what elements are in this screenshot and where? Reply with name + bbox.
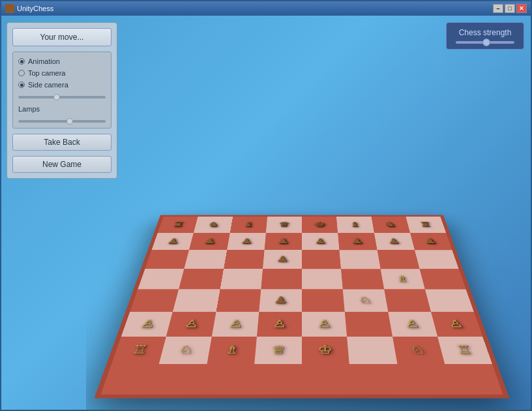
board-grid: ♜ ♞ ♝ ♛ ♚ ♝ ♞ ♜ ♟ ♟ ♟ ♟ ♟ ♟: [101, 217, 503, 394]
piece-b7: ♟: [203, 237, 216, 245]
cell-d8: ♛: [266, 217, 302, 232]
cell-h4: [425, 289, 474, 311]
cell-f5: [341, 269, 384, 289]
close-button[interactable]: ✕: [516, 4, 527, 13]
strength-label: Chess strength: [459, 28, 512, 37]
piece-c7: ♟: [241, 237, 253, 245]
cell-e7: ♟: [302, 233, 340, 250]
cell-b7: ♟: [189, 233, 229, 250]
camera-slider-thumb[interactable]: [53, 94, 60, 100]
piece-c1: ♗: [224, 344, 241, 356]
piece-e7: ♟: [314, 237, 327, 245]
lamps-slider-track: [18, 120, 106, 123]
strength-slider-track: [456, 41, 514, 44]
piece-e1: ♔: [318, 344, 332, 356]
piece-h8: ♜: [419, 221, 432, 228]
animation-label: Animation: [28, 57, 60, 65]
cell-b8: ♞: [194, 217, 233, 232]
new-game-button[interactable]: New Game: [12, 156, 111, 173]
side-camera-radio[interactable]: [18, 82, 25, 88]
cell-e8: ♚: [302, 217, 338, 232]
cell-e3: ♙: [302, 312, 347, 337]
piece-d3: ♙: [273, 319, 287, 329]
minimize-button[interactable]: –: [493, 4, 503, 13]
piece-c8: ♝: [243, 221, 255, 228]
piece-a3: ♙: [139, 319, 156, 329]
top-camera-option[interactable]: Top camera: [18, 69, 106, 77]
cell-g7: ♟: [374, 233, 415, 250]
cell-a6: [145, 250, 189, 269]
piece-g3: ♙: [404, 319, 421, 329]
cell-c4: [216, 289, 261, 311]
cell-d6: ♟: [263, 250, 302, 269]
cell-f8: ♝: [336, 217, 374, 232]
cell-h6: [415, 250, 459, 269]
cell-g3: ♙: [388, 312, 437, 337]
lamps-slider-thumb[interactable]: [66, 118, 73, 125]
cell-a8: ♜: [158, 217, 198, 232]
piece-g7: ♟: [387, 237, 400, 245]
cell-a4: [130, 289, 179, 311]
cell-h5: [419, 269, 466, 289]
piece-e8: ♚: [314, 221, 325, 228]
cell-a5: [138, 269, 184, 289]
piece-f4: ♘: [357, 296, 372, 305]
maximize-button[interactable]: □: [505, 4, 515, 13]
options-panel: Animation Top camera Side camera: [12, 52, 111, 129]
piece-b8: ♞: [207, 221, 220, 228]
cell-a1: ♖: [111, 337, 166, 364]
cell-f1: [347, 337, 397, 364]
cell-f4: ♘: [343, 289, 388, 311]
cell-a3: ♙: [121, 312, 173, 337]
piece-f8: ♝: [349, 221, 361, 228]
cell-h1: ♖: [437, 337, 492, 364]
cell-b1: ♘: [159, 337, 211, 364]
animation-radio[interactable]: [18, 58, 25, 65]
piece-a1: ♖: [130, 344, 149, 356]
app-icon: [5, 4, 14, 13]
cell-g6: [377, 250, 419, 269]
your-move-button[interactable]: Your move...: [12, 28, 111, 46]
app-window: UnityChess – □ ✕ ♜ ♞ ♝ ♛ ♚: [0, 0, 532, 411]
take-back-button[interactable]: Take Back: [12, 134, 111, 151]
cell-b4: [173, 289, 220, 311]
side-camera-option[interactable]: Side camera: [18, 81, 106, 89]
top-camera-radio[interactable]: [18, 70, 25, 76]
cell-c5: [220, 269, 263, 289]
cell-g4: [384, 289, 431, 311]
piece-e3: ♙: [317, 319, 331, 329]
piece-d8: ♛: [278, 221, 290, 228]
piece-d7: ♟: [277, 237, 289, 245]
cell-g8: ♞: [371, 217, 410, 232]
cell-h8: ♜: [406, 217, 446, 232]
side-camera-label: Side camera: [28, 81, 68, 89]
chess-board-scene: ♜ ♞ ♝ ♛ ♚ ♝ ♞ ♜ ♟ ♟ ♟ ♟ ♟ ♟: [86, 16, 531, 410]
piece-a8: ♜: [171, 221, 185, 228]
cell-b3: ♙: [166, 312, 216, 337]
animation-option[interactable]: Animation: [18, 57, 106, 65]
cell-g5: ♗: [380, 269, 424, 289]
cell-h7: ♟: [410, 233, 452, 250]
piece-b3: ♙: [183, 319, 200, 329]
piece-g8: ♞: [384, 221, 397, 228]
piece-d4: ♟: [274, 296, 288, 305]
piece-g1: ♘: [409, 344, 426, 356]
camera-slider-track: [18, 96, 106, 99]
main-content: ♜ ♞ ♝ ♛ ♚ ♝ ♞ ♜ ♟ ♟ ♟ ♟ ♟ ♟: [1, 16, 531, 410]
cell-b6: [185, 250, 227, 269]
lamps-label: Lamps: [18, 105, 106, 113]
strength-slider-thumb[interactable]: [482, 38, 490, 46]
board-surface: ♜ ♞ ♝ ♛ ♚ ♝ ♞ ♜ ♟ ♟ ♟ ♟ ♟ ♟: [95, 215, 510, 399]
piece-d1: ♕: [271, 344, 286, 356]
cell-c7: ♟: [227, 233, 266, 250]
title-bar: UnityChess – □ ✕: [1, 1, 531, 16]
piece-d6: ♟: [276, 255, 289, 263]
cell-e4: [302, 289, 345, 311]
cell-g1: ♘: [392, 337, 445, 364]
piece-g5: ♗: [395, 275, 409, 283]
cell-h3: ♙: [431, 312, 482, 337]
title-bar-left: UnityChess: [5, 4, 53, 13]
cell-d4: ♟: [259, 289, 302, 311]
cell-f3: [345, 312, 392, 337]
top-camera-label: Top camera: [28, 69, 65, 77]
